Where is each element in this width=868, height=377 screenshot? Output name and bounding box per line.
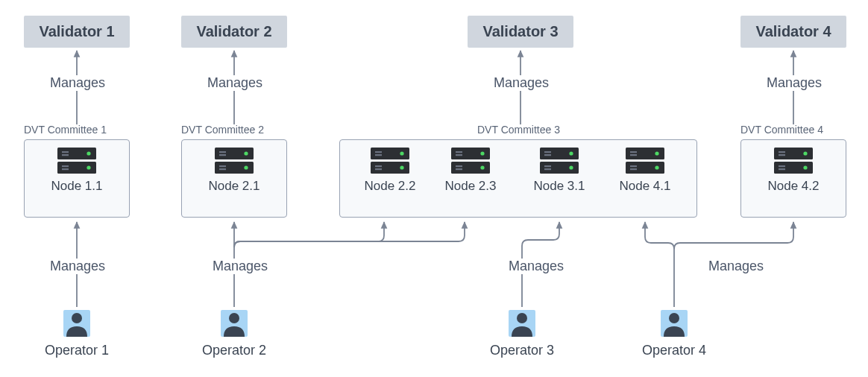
node-2-1-label: Node 2.1: [204, 179, 264, 194]
node-2-1: Node 2.1: [204, 148, 264, 194]
node-2-3-label: Node 2.3: [437, 179, 504, 194]
node-3-1-label: Node 3.1: [526, 179, 593, 194]
operator-2-icon: [221, 310, 248, 337]
edge-label-bot-4: Manages: [707, 259, 765, 274]
edge-label-bot-3: Manages: [507, 259, 565, 274]
node-4-2: Node 4.2: [760, 148, 827, 194]
node-1-1: Node 1.1: [47, 148, 107, 194]
validator-4-box: Validator 4: [740, 16, 846, 48]
validator-1-box: Validator 1: [24, 16, 130, 48]
node-2-2: Node 2.2: [356, 148, 424, 194]
edge-label-bot-1: Manages: [48, 259, 107, 274]
edge-label-top-2: Manages: [206, 75, 264, 91]
edge-label-top-3: Manages: [492, 75, 550, 91]
validator-2-label: Validator 2: [196, 23, 271, 39]
operator-4-icon: [661, 310, 688, 337]
validator-3-box: Validator 3: [468, 16, 573, 48]
committee-1-label: DVT Committee 1: [24, 124, 107, 136]
server-icon: [774, 148, 813, 174]
validator-4-label: Validator 4: [755, 23, 831, 39]
edge-label-top-1: Manages: [48, 75, 107, 91]
operator-4-label: Operator 4: [637, 343, 711, 358]
server-icon: [371, 148, 409, 174]
node-1-1-label: Node 1.1: [47, 179, 107, 194]
node-2-3: Node 2.3: [437, 148, 504, 194]
server-icon: [626, 148, 664, 174]
operator-1-label: Operator 1: [40, 343, 114, 358]
server-icon: [57, 148, 96, 174]
committee-2-label: DVT Committee 2: [181, 124, 264, 136]
edge-label-top-4: Manages: [765, 75, 823, 91]
server-icon: [540, 148, 579, 174]
validator-3-label: Validator 3: [482, 23, 558, 39]
committee-4-label: DVT Committee 4: [740, 124, 823, 136]
validator-1-label: Validator 1: [39, 23, 114, 39]
server-icon: [215, 148, 254, 174]
node-4-1: Node 4.1: [611, 148, 679, 194]
operator-1-icon: [63, 310, 90, 337]
node-4-2-label: Node 4.2: [760, 179, 827, 194]
edge-label-bot-2: Manages: [211, 259, 269, 274]
node-3-1: Node 3.1: [526, 148, 593, 194]
validator-2-box: Validator 2: [181, 16, 287, 48]
operator-2-label: Operator 2: [197, 343, 271, 358]
node-2-2-label: Node 2.2: [356, 179, 424, 194]
node-4-1-label: Node 4.1: [611, 179, 679, 194]
server-icon: [451, 148, 490, 174]
committee-3-label: DVT Committee 3: [477, 124, 560, 136]
operator-3-label: Operator 3: [485, 343, 559, 358]
operator-3-icon: [509, 310, 535, 337]
